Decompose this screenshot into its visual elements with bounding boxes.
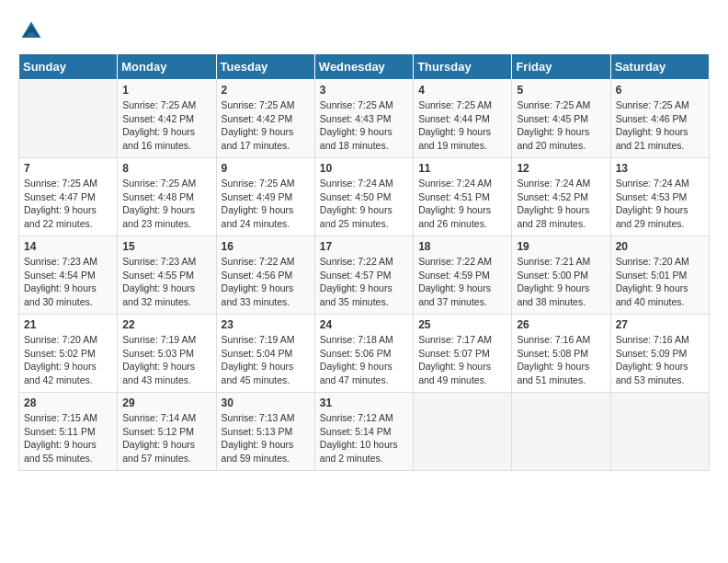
day-info: Sunrise: 7:25 AM Sunset: 4:48 PM Dayligh… — [122, 177, 210, 231]
calendar-cell: 6Sunrise: 7:25 AM Sunset: 4:46 PM Daylig… — [610, 80, 709, 158]
week-row-5: 28Sunrise: 7:15 AM Sunset: 5:11 PM Dayli… — [19, 393, 710, 471]
day-number: 24 — [320, 318, 408, 331]
day-number: 22 — [122, 318, 210, 331]
day-info: Sunrise: 7:19 AM Sunset: 5:03 PM Dayligh… — [122, 333, 210, 387]
day-number: 20 — [616, 240, 704, 253]
calendar-cell: 29Sunrise: 7:14 AM Sunset: 5:12 PM Dayli… — [118, 393, 216, 471]
day-number: 29 — [122, 396, 210, 409]
day-info: Sunrise: 7:18 AM Sunset: 5:06 PM Dayligh… — [320, 333, 408, 387]
day-number: 12 — [517, 162, 605, 175]
day-info: Sunrise: 7:25 AM Sunset: 4:42 PM Dayligh… — [122, 98, 210, 153]
day-info: Sunrise: 7:15 AM Sunset: 5:11 PM Dayligh… — [24, 411, 112, 465]
calendar-cell: 5Sunrise: 7:25 AM Sunset: 4:45 PM Daylig… — [512, 80, 610, 158]
calendar-cell: 15Sunrise: 7:23 AM Sunset: 4:55 PM Dayli… — [118, 236, 216, 315]
day-info: Sunrise: 7:25 AM Sunset: 4:46 PM Dayligh… — [616, 98, 704, 153]
day-info: Sunrise: 7:21 AM Sunset: 5:00 PM Dayligh… — [517, 255, 605, 309]
header-sunday: Sunday — [19, 54, 118, 80]
header-monday: Monday — [118, 54, 216, 80]
day-info: Sunrise: 7:16 AM Sunset: 5:08 PM Dayligh… — [517, 333, 605, 387]
day-info: Sunrise: 7:19 AM Sunset: 5:04 PM Dayligh… — [222, 333, 310, 387]
day-number: 17 — [320, 240, 408, 253]
day-number: 6 — [616, 84, 704, 97]
calendar-cell: 12Sunrise: 7:24 AM Sunset: 4:52 PM Dayli… — [512, 158, 610, 236]
week-row-4: 21Sunrise: 7:20 AM Sunset: 5:02 PM Dayli… — [19, 315, 710, 393]
calendar-cell — [414, 393, 512, 471]
day-number: 1 — [122, 84, 210, 97]
day-info: Sunrise: 7:14 AM Sunset: 5:12 PM Dayligh… — [122, 411, 210, 465]
day-number: 2 — [222, 84, 310, 97]
day-info: Sunrise: 7:25 AM Sunset: 4:44 PM Dayligh… — [418, 98, 506, 153]
day-number: 25 — [418, 318, 506, 331]
calendar-cell: 1Sunrise: 7:25 AM Sunset: 4:42 PM Daylig… — [118, 80, 216, 158]
day-info: Sunrise: 7:22 AM Sunset: 4:59 PM Dayligh… — [418, 255, 506, 309]
day-info: Sunrise: 7:25 AM Sunset: 4:42 PM Dayligh… — [222, 98, 310, 153]
day-info: Sunrise: 7:25 AM Sunset: 4:43 PM Dayligh… — [320, 98, 408, 153]
calendar-cell: 30Sunrise: 7:13 AM Sunset: 5:13 PM Dayli… — [216, 393, 314, 471]
header-thursday: Thursday — [414, 54, 512, 80]
calendar-cell: 27Sunrise: 7:16 AM Sunset: 5:09 PM Dayli… — [610, 315, 709, 393]
day-number: 8 — [122, 162, 210, 175]
calendar-cell: 31Sunrise: 7:12 AM Sunset: 5:14 PM Dayli… — [314, 393, 413, 471]
day-info: Sunrise: 7:12 AM Sunset: 5:14 PM Dayligh… — [320, 411, 408, 465]
day-number: 7 — [24, 162, 112, 175]
calendar-cell: 18Sunrise: 7:22 AM Sunset: 4:59 PM Dayli… — [414, 236, 512, 315]
day-info: Sunrise: 7:24 AM Sunset: 4:50 PM Dayligh… — [320, 177, 408, 231]
calendar-cell: 26Sunrise: 7:16 AM Sunset: 5:08 PM Dayli… — [512, 315, 610, 393]
day-info: Sunrise: 7:23 AM Sunset: 4:55 PM Dayligh… — [122, 255, 210, 309]
day-number: 11 — [418, 162, 506, 175]
calendar-table: SundayMondayTuesdayWednesdayThursdayFrid… — [18, 53, 710, 471]
week-row-1: 1Sunrise: 7:25 AM Sunset: 4:42 PM Daylig… — [19, 80, 710, 158]
day-number: 13 — [616, 162, 704, 175]
page-header — [18, 18, 710, 44]
week-row-2: 7Sunrise: 7:25 AM Sunset: 4:47 PM Daylig… — [19, 158, 710, 236]
calendar-cell: 11Sunrise: 7:24 AM Sunset: 4:51 PM Dayli… — [414, 158, 512, 236]
day-info: Sunrise: 7:23 AM Sunset: 4:54 PM Dayligh… — [24, 255, 112, 309]
day-number: 16 — [222, 240, 310, 253]
calendar-cell: 3Sunrise: 7:25 AM Sunset: 4:43 PM Daylig… — [314, 80, 413, 158]
day-number: 4 — [418, 84, 506, 97]
calendar-cell: 24Sunrise: 7:18 AM Sunset: 5:06 PM Dayli… — [314, 315, 413, 393]
calendar-cell: 20Sunrise: 7:20 AM Sunset: 5:01 PM Dayli… — [610, 236, 709, 315]
calendar-cell — [512, 393, 610, 471]
day-number: 3 — [320, 84, 408, 97]
calendar-cell: 19Sunrise: 7:21 AM Sunset: 5:00 PM Dayli… — [512, 236, 610, 315]
day-number: 15 — [122, 240, 210, 253]
calendar-cell — [19, 80, 118, 158]
day-info: Sunrise: 7:25 AM Sunset: 4:45 PM Dayligh… — [517, 98, 605, 153]
calendar-cell: 2Sunrise: 7:25 AM Sunset: 4:42 PM Daylig… — [216, 80, 314, 158]
day-number: 27 — [616, 318, 704, 331]
day-info: Sunrise: 7:22 AM Sunset: 4:57 PM Dayligh… — [320, 255, 408, 309]
calendar-body: 1Sunrise: 7:25 AM Sunset: 4:42 PM Daylig… — [19, 80, 710, 471]
day-info: Sunrise: 7:24 AM Sunset: 4:52 PM Dayligh… — [517, 177, 605, 231]
day-number: 18 — [418, 240, 506, 253]
day-number: 21 — [24, 318, 112, 331]
calendar-cell: 14Sunrise: 7:23 AM Sunset: 4:54 PM Dayli… — [19, 236, 118, 315]
logo-icon — [18, 18, 44, 44]
day-info: Sunrise: 7:20 AM Sunset: 5:01 PM Dayligh… — [616, 255, 704, 309]
calendar-cell: 8Sunrise: 7:25 AM Sunset: 4:48 PM Daylig… — [118, 158, 216, 236]
calendar-header: SundayMondayTuesdayWednesdayThursdayFrid… — [19, 54, 710, 80]
day-number: 19 — [517, 240, 605, 253]
day-info: Sunrise: 7:22 AM Sunset: 4:56 PM Dayligh… — [222, 255, 310, 309]
day-number: 5 — [517, 84, 605, 97]
header-friday: Friday — [512, 54, 610, 80]
day-number: 30 — [222, 396, 310, 409]
day-number: 26 — [517, 318, 605, 331]
week-row-3: 14Sunrise: 7:23 AM Sunset: 4:54 PM Dayli… — [19, 236, 710, 315]
calendar-cell: 4Sunrise: 7:25 AM Sunset: 4:44 PM Daylig… — [414, 80, 512, 158]
svg-rect-2 — [28, 32, 35, 38]
day-info: Sunrise: 7:13 AM Sunset: 5:13 PM Dayligh… — [222, 411, 310, 465]
day-info: Sunrise: 7:25 AM Sunset: 4:49 PM Dayligh… — [222, 177, 310, 231]
day-info: Sunrise: 7:24 AM Sunset: 4:53 PM Dayligh… — [616, 177, 704, 231]
calendar-cell: 7Sunrise: 7:25 AM Sunset: 4:47 PM Daylig… — [19, 158, 118, 236]
header-row: SundayMondayTuesdayWednesdayThursdayFrid… — [19, 54, 710, 80]
calendar-cell: 10Sunrise: 7:24 AM Sunset: 4:50 PM Dayli… — [314, 158, 413, 236]
calendar-cell: 17Sunrise: 7:22 AM Sunset: 4:57 PM Dayli… — [314, 236, 413, 315]
day-number: 9 — [222, 162, 310, 175]
day-info: Sunrise: 7:20 AM Sunset: 5:02 PM Dayligh… — [24, 333, 112, 387]
day-number: 14 — [24, 240, 112, 253]
calendar-cell: 21Sunrise: 7:20 AM Sunset: 5:02 PM Dayli… — [19, 315, 118, 393]
calendar-cell — [610, 393, 709, 471]
calendar-cell: 9Sunrise: 7:25 AM Sunset: 4:49 PM Daylig… — [216, 158, 314, 236]
calendar-cell: 28Sunrise: 7:15 AM Sunset: 5:11 PM Dayli… — [19, 393, 118, 471]
